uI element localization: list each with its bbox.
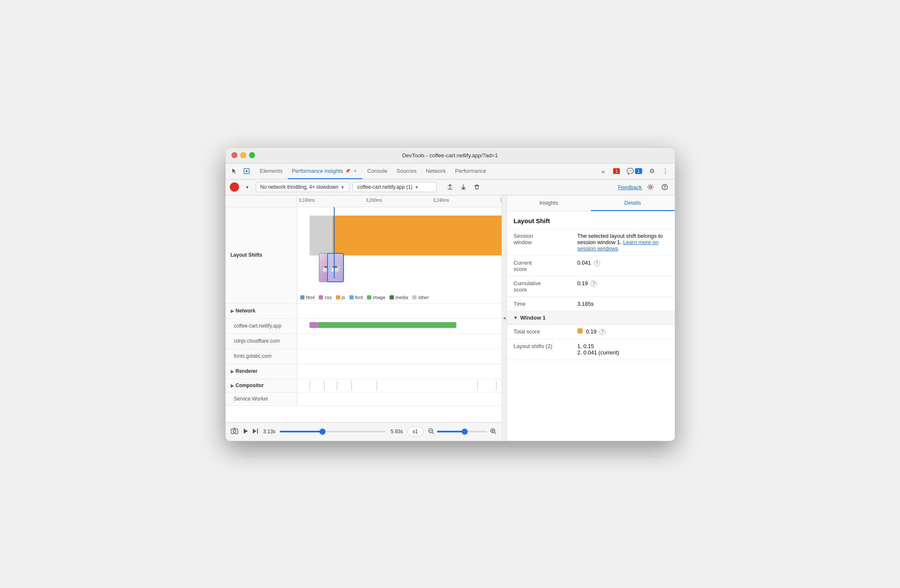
zoom-slider-fill: [437, 431, 465, 432]
network-track[interactable]: [297, 304, 502, 318]
network-item-cdnjs-track[interactable]: [297, 334, 502, 349]
time-slider-fill: [280, 431, 323, 432]
gray-shift-bar: [310, 216, 333, 255]
minimize-button[interactable]: [240, 152, 246, 158]
shift-1-value: 1. 0.15: [577, 343, 668, 349]
close-tab-button[interactable]: ✕: [352, 168, 358, 174]
tab-bar: Elements Performance insights 📌 ✕ Consol…: [226, 164, 675, 180]
feedback-link[interactable]: Feedback: [618, 184, 642, 190]
tick-5: [377, 382, 377, 390]
renderer-track[interactable]: [297, 364, 502, 379]
layout-shifts-label-cell: Layout shifts (2): [507, 339, 571, 359]
legend-media-dot: [390, 295, 394, 299]
cumulative-score-value: 0.19 ?: [571, 276, 675, 297]
record-dropdown-button[interactable]: ▼: [242, 182, 252, 192]
tab-network[interactable]: Network: [421, 164, 450, 179]
learn-more-link[interactable]: Learn more on session windows: [577, 239, 659, 252]
legend-font: font: [349, 295, 363, 300]
tab-sources[interactable]: Sources: [393, 164, 421, 179]
delete-button[interactable]: [471, 181, 483, 193]
zoom-in-icon[interactable]: [490, 428, 497, 436]
compositor-expand-arrow: ▶: [231, 383, 234, 388]
settings-icon-button[interactable]: [645, 181, 656, 193]
tick-2: [324, 382, 325, 390]
comment-badge-button[interactable]: 💬 1: [624, 167, 644, 175]
speed-button[interactable]: x1: [407, 427, 424, 437]
more-tabs-button[interactable]: »: [597, 165, 609, 177]
throttling-dropdown[interactable]: No network throttling, 4× slowdown ▼: [256, 182, 349, 192]
legend-font-dot: [349, 295, 354, 299]
total-score-help[interactable]: ?: [599, 329, 606, 335]
layout-shifts-track[interactable]: ☕ ☕ html: [297, 207, 502, 303]
image-bar: [318, 322, 456, 328]
session-window-label: Sessionwindow: [507, 229, 571, 256]
session-window-row: Sessionwindow The selected layout shift …: [507, 229, 675, 256]
compositor-label[interactable]: ▶ Compositor: [226, 379, 297, 392]
tab-bar-tools: [229, 164, 252, 179]
details-content[interactable]: Layout Shift Sessionwindow The selected …: [507, 211, 675, 441]
maximize-button[interactable]: [249, 152, 255, 158]
cursor-tool-button[interactable]: [229, 166, 239, 176]
close-button[interactable]: [232, 152, 237, 158]
total-score-value: 0.19 ?: [571, 325, 675, 339]
window-title: DevTools - coffee-cart.netlify.app/?ad=1: [402, 152, 498, 159]
record-button[interactable]: [230, 182, 239, 192]
play-button[interactable]: [242, 428, 248, 435]
tab-details[interactable]: Details: [591, 195, 675, 211]
screenshot-button[interactable]: [231, 428, 238, 436]
phone-after[interactable]: ☕: [327, 253, 344, 282]
layout-shifts-row: Layout shifts (2) 1. 0.15 2. 0.041 (curr…: [507, 339, 675, 359]
current-score-help[interactable]: ?: [594, 260, 600, 266]
ruler-ticks: 3,160ms 3,200ms 3,240ms 3,280ms: [297, 195, 502, 207]
time-slider[interactable]: [280, 431, 387, 432]
upload-button[interactable]: [444, 181, 456, 193]
zoom-out-icon[interactable]: [428, 428, 434, 436]
legend-other: other: [412, 295, 429, 300]
more-options-button[interactable]: ⋮: [660, 165, 671, 177]
network-item-coffee: coffee-cart.netlify.app: [226, 319, 502, 334]
compositor-track[interactable]: [297, 379, 502, 392]
current-score-row: Currentscore 0.041 ?: [507, 255, 675, 276]
panel-collapse-handle[interactable]: ◀: [502, 195, 507, 441]
layout-shifts-row: Layout Shifts ☕: [226, 207, 502, 304]
skip-button[interactable]: [252, 428, 259, 435]
zoom-slider[interactable]: [437, 431, 487, 432]
timeline-panel: 3,160ms 3,200ms 3,240ms 3,280ms Layout S…: [226, 195, 502, 441]
details-table: Sessionwindow The selected layout shift …: [507, 229, 675, 311]
legend-js-dot: [336, 295, 340, 299]
service-worker-track[interactable]: [297, 393, 502, 406]
tick-4: [351, 382, 352, 390]
timeline-ruler: 3,160ms 3,200ms 3,240ms 3,280ms: [226, 195, 502, 207]
tab-insights[interactable]: Insights: [507, 195, 591, 211]
tab-elements[interactable]: Elements: [256, 164, 287, 179]
zoom-slider-thumb[interactable]: [462, 429, 468, 434]
timeline-content[interactable]: Layout Shifts ☕: [226, 207, 502, 422]
total-score-label: Total score: [507, 325, 571, 339]
css-bar: [310, 322, 318, 328]
network-item-fonts-track[interactable]: [297, 349, 502, 364]
devtools-window: DevTools - coffee-cart.netlify.app/?ad=1…: [225, 147, 675, 441]
network-item-fonts-label: fonts.gstatic.com: [226, 349, 297, 364]
window1-chevron: ▼: [514, 315, 518, 320]
legend-image: image: [367, 295, 385, 300]
network-label[interactable]: ▶ Network: [226, 304, 297, 318]
window1-section-header[interactable]: ▼ Window 1: [507, 311, 675, 325]
time-slider-thumb[interactable]: [320, 429, 325, 434]
error-badge-button[interactable]: 1: [611, 167, 622, 175]
time-value: 3.185s: [571, 297, 675, 311]
toolbar-right: Feedback: [618, 181, 670, 193]
cumulative-score-help[interactable]: ?: [590, 281, 597, 287]
network-section-row: ▶ Network: [226, 304, 502, 319]
tab-console[interactable]: Console: [363, 164, 392, 179]
current-score-value: 0.041 ?: [571, 255, 675, 276]
inspect-tool-button[interactable]: [242, 166, 252, 176]
help-icon-button[interactable]: [659, 181, 671, 193]
network-item-coffee-track[interactable]: [297, 319, 502, 331]
settings-button[interactable]: ⚙: [646, 165, 658, 177]
pin-icon: 📌: [345, 169, 350, 173]
renderer-label[interactable]: ▶ Renderer: [226, 364, 297, 379]
tab-performance-insights[interactable]: Performance insights 📌 ✕: [288, 164, 362, 179]
url-dropdown[interactable]: coffee-cart.netlify.app (1) ▼: [353, 182, 437, 192]
download-button[interactable]: [458, 181, 469, 193]
tab-performance[interactable]: Performance: [451, 164, 490, 179]
